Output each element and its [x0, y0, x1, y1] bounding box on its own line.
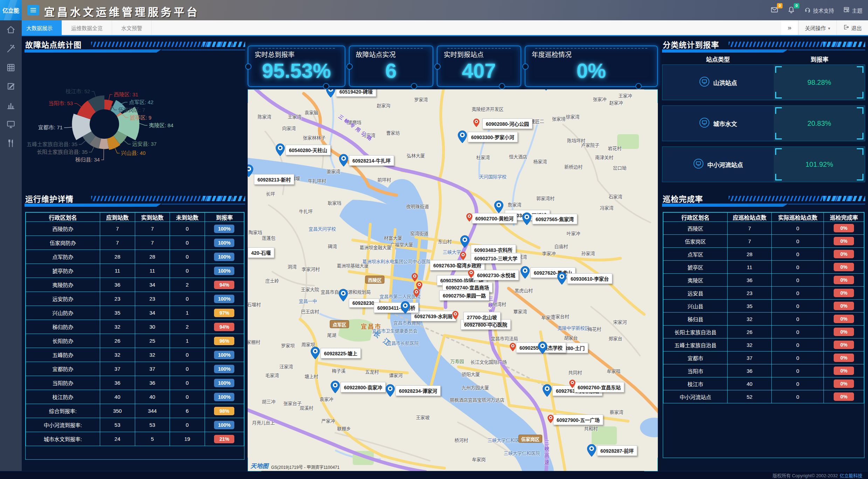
map-corner-decoration	[248, 89, 261, 103]
map-marker-60928214-牛扎坪[interactable]	[339, 154, 349, 168]
map-marker[interactable]	[542, 89, 551, 92]
stations-map[interactable]: 陈家湾王家湾向家湾袁家脑张家林林子腰磨垱马家湾赵家沟罗家湾曹家坊弘林大厦姜家湾牛…	[248, 89, 658, 471]
map-marker-60928280-土门[interactable]	[538, 341, 547, 356]
map-marker-60928234-谭家河[interactable]	[386, 384, 395, 398]
map-pin-icon	[386, 384, 395, 397]
map-marker-60540280-天柱山[interactable]	[276, 143, 285, 158]
station-label-60903411-卷河桥[interactable]: 60903411-卷河桥	[374, 302, 419, 313]
map-marker-60927636-火车东站[interactable]	[543, 384, 552, 398]
map-marker[interactable]	[466, 213, 473, 223]
tab-水文预警[interactable]: 水文预警	[112, 20, 152, 35]
station-label-27700-北山坡[interactable]: 27700-北山坡	[463, 312, 501, 322]
map-marker-60927900-五一广场[interactable]	[547, 415, 554, 425]
sidebar-item-home[interactable]	[0, 20, 22, 39]
cell: 94%	[205, 320, 244, 334]
station-label-60903300-罗家小河[interactable]: 60903300-罗家小河	[468, 132, 518, 142]
hamburger-menu-button[interactable]	[27, 5, 39, 15]
table-header-row: 行政区划名应到站数实到站数未到站数到报率	[26, 213, 244, 222]
map-marker-60902500-均瑶广场[interactable]	[468, 269, 474, 280]
logout-button[interactable]: 退出	[836, 20, 868, 35]
map-marker-60903487-石板铺[interactable]	[494, 200, 504, 215]
map-pin-icon	[339, 289, 348, 302]
messages-button[interactable]: 0	[771, 6, 778, 15]
map-marker-60902080-河心公园[interactable]	[473, 118, 480, 129]
map-place-label: 王家冲	[618, 92, 632, 99]
app-logo[interactable]: 亿立能	[0, 0, 22, 20]
map-marker-60902550-英杰学校[interactable]	[510, 343, 516, 353]
map-place-label: 碑湾	[328, 243, 337, 249]
station-label-60928214-牛扎坪[interactable]: 60928214-牛扎坪	[349, 155, 394, 166]
map-marker-60927565-焦家湾[interactable]	[522, 212, 532, 227]
map-marker-60928225-塘上[interactable]	[311, 347, 320, 361]
map-marker[interactable]	[413, 289, 420, 299]
station-label-60519420-碑垭[interactable]: 60519420-碑垭	[336, 89, 376, 97]
map-marker-60519420-碑垭[interactable]	[326, 89, 336, 99]
company-link[interactable]: 亿立能科技	[840, 472, 862, 479]
sidebar-item-grid[interactable]	[0, 58, 22, 77]
cell: 98%	[205, 404, 244, 418]
cell: 0	[170, 418, 205, 432]
station-label-60902730-水悦城[interactable]: 60902730-水悦城	[474, 270, 519, 280]
sidebar-item-wand[interactable]	[0, 39, 22, 58]
map-marker-60903483-农科所[interactable]	[460, 235, 470, 249]
table-row: 夷陵区3600%	[663, 274, 864, 287]
map-marker-60902760-宜昌东站[interactable]	[569, 379, 576, 390]
station-label-60928287-前坪[interactable]: 60928287-前坪	[597, 445, 637, 456]
map-marker-60927630-窑湾乡政府[interactable]	[460, 252, 466, 262]
map-marker-60928230-[interactable]	[339, 289, 348, 303]
map-marker-60927620-黑虎山[interactable]	[521, 266, 530, 280]
sidebar-item-utensils[interactable]	[0, 134, 22, 153]
map-place-label: 天问国际学校	[479, 173, 507, 180]
sidebar-item-monitor[interactable]	[0, 115, 22, 134]
station-label-60928213-新村[interactable]: 60928213-新村	[254, 174, 294, 185]
collapse-tabs-right-button[interactable]	[781, 20, 798, 35]
home-icon	[6, 25, 15, 34]
map-marker-60930610-李家台[interactable]	[557, 272, 567, 286]
close-operations-dropdown[interactable]: 关闭操作	[798, 20, 836, 35]
station-type-label: 山洪站点	[713, 78, 737, 87]
station-label-60927900-五一广场[interactable]: 60927900-五一广场	[553, 415, 603, 425]
maintenance-table-box: 行政区划名应到站数实到站数未到站数到报率西陵防办770100%伍家岗防办7701…	[25, 212, 244, 460]
station-label-60928234-谭家河[interactable]: 60928234-谭家河	[395, 385, 441, 396]
station-label-60922800-袁家冲[interactable]: 60922800-袁家冲	[340, 382, 386, 392]
sidebar-item-edit[interactable]	[0, 77, 22, 96]
tab-大数据展示[interactable]: 大数据展示	[17, 20, 62, 35]
map-marker-60903300-罗家小河[interactable]	[458, 130, 467, 145]
station-label-60927565-焦家湾[interactable]: 60927565-焦家湾	[532, 214, 577, 224]
category-row-城市水文: 城市水文20.83%	[662, 105, 865, 141]
station-label-60928225-塘上[interactable]: 60928225-塘上	[321, 348, 361, 358]
map-marker-60922800-袁家冲[interactable]	[331, 381, 340, 395]
cell: 37	[135, 362, 170, 376]
station-label-60902710-三峡大学[interactable]: 60902710-三峡大学	[471, 253, 521, 264]
cell: 100%	[205, 390, 244, 404]
column-header: 巡检完成率	[824, 213, 864, 222]
station-label-60902750-果园一路[interactable]: 60902750-果园一路	[439, 290, 489, 301]
cell: 97%	[205, 306, 244, 320]
tab-运维数据全览[interactable]: 运维数据全览	[62, 20, 112, 35]
sidebar-item-chart[interactable]	[0, 96, 22, 115]
fault-stations-donut-chart[interactable]: 西陵区: 31伍家岗区: 7点军区: 42猇亭区: 9夷陵区: 84远安县: 3…	[25, 54, 245, 205]
map-place-label: 岩花村	[608, 145, 621, 151]
slice-label: 西陵区: 31	[114, 91, 138, 97]
station-label-60902760-宜昌东站[interactable]: 60902760-宜昌东站	[574, 382, 624, 392]
stat-card-4: 年度巡检情况0%	[525, 46, 658, 87]
map-marker-60928213-新村[interactable]	[248, 164, 254, 179]
cell: 1	[170, 334, 205, 348]
corner-bracket-decoration	[857, 133, 863, 139]
map-place-label: 牟家岗	[472, 456, 485, 463]
tech-support-button[interactable]: 技术支持	[804, 6, 834, 14]
notifications-button[interactable]: 0	[787, 6, 795, 15]
map-marker-60927639-水利局[interactable]	[401, 301, 410, 315]
station-label-60930610-李家台[interactable]: 60930610-李家台	[567, 273, 612, 284]
slice-label: 五峰土家族自治县: 35	[27, 141, 77, 147]
cell: 34	[135, 306, 170, 320]
theme-button[interactable]: 主题	[843, 6, 862, 14]
map-marker-60928287-前坪[interactable]	[587, 444, 597, 458]
map-marker-60927800-中心医院[interactable]	[452, 311, 459, 321]
station-label-60902080-河心公园[interactable]: 60902080-河心公园	[482, 118, 532, 129]
table-row: 远安防办23230100%	[26, 292, 244, 306]
map-place-label: 长江文化国际广场	[470, 358, 507, 365]
station-label-420-石堰[interactable]: 420-石堰	[248, 247, 274, 258]
station-label-60540280-天柱山[interactable]: 60540280-天柱山	[285, 145, 331, 155]
copyright-text: 版权所有 Copyright© 2002-2032	[772, 472, 838, 479]
